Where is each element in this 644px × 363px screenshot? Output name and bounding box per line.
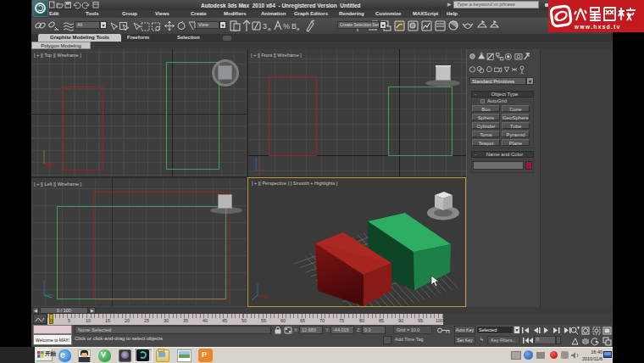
svg-text:a: a — [268, 26, 271, 31]
svg-text:a: a — [297, 26, 300, 31]
svg-text:3: 3 — [263, 22, 267, 31]
svg-text:%: % — [283, 22, 290, 31]
svg-text:www.hxsd.tv: www.hxsd.tv — [574, 24, 621, 30]
